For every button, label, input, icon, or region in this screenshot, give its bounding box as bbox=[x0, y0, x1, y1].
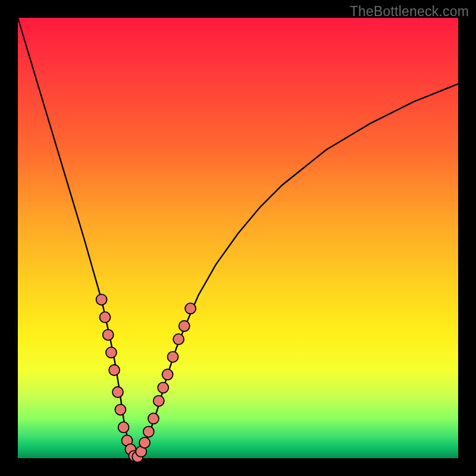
data-marker bbox=[103, 330, 114, 340]
data-marker bbox=[100, 312, 111, 322]
data-marker bbox=[143, 427, 154, 437]
data-marker bbox=[109, 365, 120, 375]
data-marker bbox=[106, 347, 117, 358]
data-marker bbox=[96, 295, 107, 305]
data-marker bbox=[115, 405, 126, 415]
data-marker bbox=[139, 437, 150, 448]
data-marker bbox=[185, 303, 196, 314]
data-marker bbox=[154, 396, 164, 406]
watermark-text: TheBottleneck.com bbox=[350, 4, 469, 20]
data-marker bbox=[173, 334, 184, 345]
chart-svg bbox=[18, 18, 458, 458]
data-marker bbox=[112, 387, 123, 397]
data-marker bbox=[118, 422, 129, 433]
data-marker bbox=[158, 383, 168, 393]
data-marker bbox=[162, 369, 173, 380]
data-marker bbox=[179, 321, 190, 331]
data-markers bbox=[96, 295, 196, 462]
data-marker bbox=[168, 352, 178, 362]
data-marker bbox=[148, 413, 159, 424]
chart-frame: TheBottleneck.com bbox=[0, 0, 476, 476]
bottleneck-curve bbox=[18, 18, 458, 458]
plot-area bbox=[18, 18, 458, 458]
